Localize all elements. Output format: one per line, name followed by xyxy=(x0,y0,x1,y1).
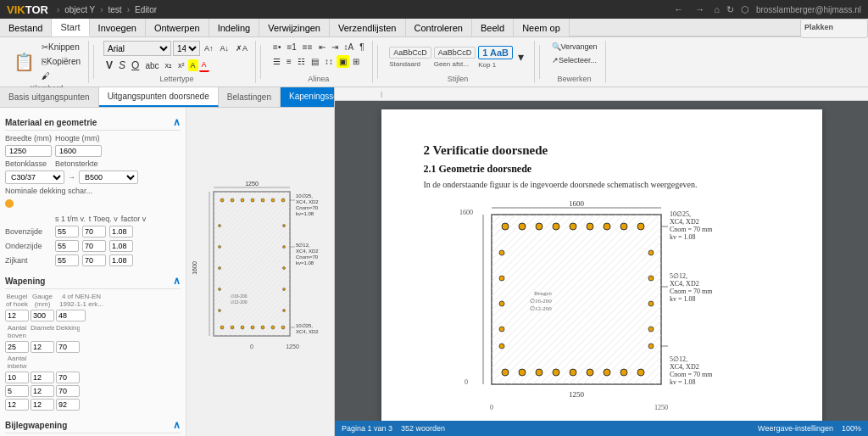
document-area[interactable]: 2 Verificatie doorsnede 2.1 Geometrie do… xyxy=(335,101,868,421)
tab-bestand[interactable]: Bestand xyxy=(0,19,52,36)
boven-v1-input[interactable] xyxy=(55,226,79,238)
nav-forward-btn[interactable]: → xyxy=(693,3,707,16)
style-geen-afstand-btn[interactable]: AaBbCcD xyxy=(434,47,476,59)
indent-dec-btn[interactable]: ⇤ xyxy=(316,41,328,53)
italic-btn[interactable]: S xyxy=(116,58,128,73)
dekking-onder-input[interactable] xyxy=(56,399,80,411)
multi-list-btn[interactable]: ≡≡ xyxy=(300,41,315,53)
strikethrough-btn[interactable]: abc xyxy=(142,59,161,72)
line-spacing-btn[interactable]: ↕↕ xyxy=(322,55,336,68)
font-size-select[interactable]: 14 11 xyxy=(173,41,200,56)
zijkant-v1-input[interactable] xyxy=(55,254,79,266)
bullet-list-btn[interactable]: ≡• xyxy=(270,41,283,53)
tab-neemop[interactable]: Neem op xyxy=(514,19,570,36)
style-buttons2: AaBbCcD Geen afst... xyxy=(434,47,476,68)
onder-v1-input[interactable] xyxy=(55,240,79,252)
boven-factor-input[interactable] xyxy=(109,226,133,238)
tab-beeld[interactable]: Beeld xyxy=(472,19,514,36)
style-standaard-btn[interactable]: AaBbCcD xyxy=(389,47,431,59)
sort-btn[interactable]: ↕A xyxy=(342,41,357,53)
tab-uitgangspunten[interactable]: Uitgangspunten doorsnede xyxy=(99,87,219,107)
bewerken-content: 🔍 Vervangen ↗ Selecteer... xyxy=(549,41,600,73)
tab-basis[interactable]: Basis uitgangspunten xyxy=(0,87,99,107)
aantal-onder-input[interactable] xyxy=(5,399,29,411)
tab-verzendlijsten[interactable]: Verzendlijsten xyxy=(330,19,406,36)
diam-boven-input[interactable] xyxy=(31,341,54,353)
font-name-select[interactable]: Arial xyxy=(103,41,171,56)
tab-start[interactable]: Start xyxy=(52,19,89,36)
font-grow-btn[interactable]: A↑ xyxy=(202,42,216,54)
selecteren-btn[interactable]: ↗ Selecteer... xyxy=(549,54,599,66)
tab-indeling[interactable]: Indeling xyxy=(209,19,260,36)
betonklasse-select[interactable]: C30/37 xyxy=(5,170,64,184)
indent-inc-btn[interactable]: ⇥ xyxy=(329,41,341,53)
diam-inbetw-input[interactable] xyxy=(31,372,54,383)
tab-ontwerpen[interactable]: Ontwerpen xyxy=(146,19,209,36)
svg-text:1600: 1600 xyxy=(569,199,585,208)
nen-input[interactable] xyxy=(56,310,86,321)
paste-btn[interactable]: 📋 xyxy=(10,48,37,75)
betonsterkte-select[interactable]: B500 xyxy=(79,170,138,184)
diam-inw2-input[interactable] xyxy=(31,385,54,397)
aantal-boven-input[interactable] xyxy=(5,341,29,353)
highlight-btn[interactable]: A xyxy=(188,59,198,71)
dekking-inbetw-input[interactable] xyxy=(56,372,80,383)
num-list-btn[interactable]: ≡1 xyxy=(284,41,298,53)
font-shrink-btn[interactable]: A↓ xyxy=(218,42,232,54)
svg-text:kv=1.08: kv=1.08 xyxy=(296,260,314,266)
svg-point-51 xyxy=(502,223,509,230)
justify-btn[interactable]: ▤ xyxy=(309,55,321,68)
betonklasse-row: Betonklasse Betonsterkte xyxy=(5,159,181,168)
dekking-inw2-input[interactable] xyxy=(56,385,80,397)
format-painter-btn[interactable]: 🖌 xyxy=(39,70,83,82)
font-color-btn[interactable]: A xyxy=(199,59,209,72)
bold-btn[interactable]: V xyxy=(103,58,115,73)
breadcrumb-editor[interactable]: Editor xyxy=(135,5,157,14)
gauge-input[interactable] xyxy=(31,310,54,321)
diam-onder-input[interactable] xyxy=(31,399,54,411)
tab-controleren[interactable]: Controleren xyxy=(406,19,472,36)
copy-btn[interactable]: ⎘ Kopiëren xyxy=(39,55,83,68)
boven-v2-input[interactable] xyxy=(82,226,106,238)
zijkant-v2-input[interactable] xyxy=(82,254,106,266)
superscript-btn[interactable]: x² xyxy=(175,59,187,71)
cross-section-svg: 1250 1600 10∅25, XC4, XD2 Cnom=70 kv=1.0… xyxy=(192,179,328,366)
hoogte-input[interactable] xyxy=(55,145,102,157)
cut-btn[interactable]: ✂ Knippen xyxy=(39,41,83,53)
shading-btn[interactable]: ▣ xyxy=(337,55,349,68)
align-left-btn[interactable]: ☰ xyxy=(270,55,283,68)
aantal-inw2-input[interactable] xyxy=(5,385,29,397)
aantal-inbetw-input[interactable] xyxy=(5,372,29,383)
style-kop1-btn[interactable]: 1 AaB xyxy=(478,46,513,59)
vervangen-btn[interactable]: 🔍 Vervangen xyxy=(549,41,600,53)
materiaal-collapse[interactable]: ∧ xyxy=(173,116,181,128)
show-format-btn[interactable]: ¶ xyxy=(357,41,366,53)
bijleg-collapse[interactable]: ∧ xyxy=(173,419,181,431)
wapening-collapse[interactable]: ∧ xyxy=(173,275,181,287)
tab-verwijzingen[interactable]: Verwijzingen xyxy=(259,19,330,36)
beugel-input[interactable] xyxy=(5,310,29,321)
border-btn[interactable]: ⊞ xyxy=(350,55,362,68)
breadcrumb-test[interactable]: test xyxy=(108,5,122,14)
tab-invoegen[interactable]: Invoegen xyxy=(90,19,146,36)
tab-kapenings[interactable]: Kapeningssdoorsnede xyxy=(281,87,334,107)
svg-point-19 xyxy=(219,266,221,269)
underline-btn[interactable]: O xyxy=(129,58,142,73)
onder-v2-input[interactable] xyxy=(82,240,106,252)
tab-belastingen[interactable]: Belastingen xyxy=(219,87,281,107)
subscript-btn[interactable]: x₂ xyxy=(163,59,175,71)
svg-text:kv = 1.08: kv = 1.08 xyxy=(670,378,696,386)
breedte-input[interactable] xyxy=(5,145,52,157)
align-right-btn[interactable]: ☷ xyxy=(295,55,308,68)
svg-point-55 xyxy=(570,223,576,230)
clear-format-btn[interactable]: ✗A xyxy=(233,42,250,54)
svg-text:1250: 1250 xyxy=(654,404,668,411)
zijkant-factor-input[interactable] xyxy=(109,254,133,266)
svg-point-26 xyxy=(283,309,286,311)
dekking-boven-input[interactable] xyxy=(56,341,80,353)
breadcrumb-object[interactable]: object Y xyxy=(64,5,95,14)
align-center-btn[interactable]: ≡ xyxy=(284,55,294,68)
nav-back-btn[interactable]: ← xyxy=(671,3,686,16)
onder-factor-input[interactable] xyxy=(109,240,133,252)
more-styles-btn[interactable]: ▾ xyxy=(515,48,526,65)
